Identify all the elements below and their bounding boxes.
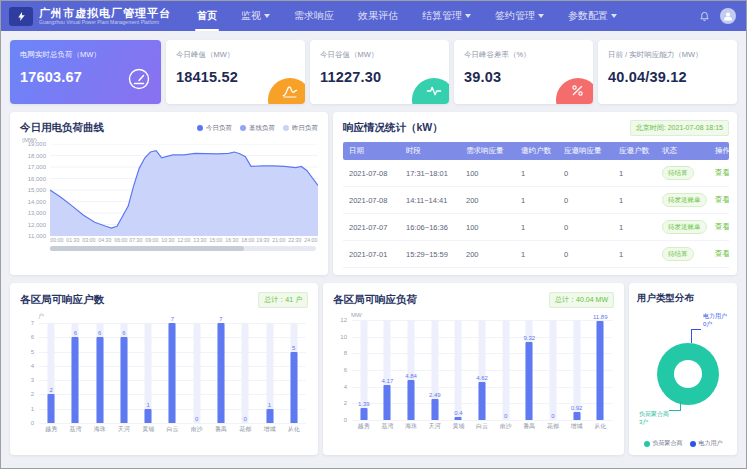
bar-column: 11.89: [588, 320, 612, 420]
view-link[interactable]: 查看: [715, 222, 729, 231]
households-panel: 各区局可响应户数 总计：41 户 户 7654321026661707015 越…: [10, 283, 318, 455]
y-tick-label: 0: [333, 417, 347, 423]
cell-invited: 1: [515, 250, 558, 259]
bar: [455, 417, 462, 420]
view-link[interactable]: 查看: [715, 168, 729, 177]
y-tick-label: 15,000: [20, 187, 46, 193]
bar-column: 1: [136, 323, 160, 423]
legend-item-1[interactable]: 基线负荷: [240, 124, 275, 133]
bar-value-label: 9.32: [517, 335, 541, 341]
y-tick-label: 17,000: [20, 164, 46, 170]
load-curve-y-unit: (MW): [22, 137, 318, 143]
bar-value-label: 2.49: [423, 392, 447, 398]
datazoom-handle[interactable]: [50, 246, 244, 251]
donut-callout-value: 0户: [703, 321, 727, 329]
metric-label: 今日峰谷差率（%）: [464, 50, 583, 60]
y-tick-label: 3: [20, 377, 34, 383]
bar: [48, 394, 55, 423]
x-category-label: 花都: [541, 422, 565, 431]
legend-label: 今日负荷: [206, 124, 232, 133]
x-tick-label: 01:30: [66, 237, 79, 243]
nav-item-0[interactable]: 首页: [185, 1, 229, 31]
x-category-label: 增城: [257, 425, 281, 434]
cell-accepted_amount: 0: [558, 223, 613, 232]
cell-status: 待结算: [656, 166, 709, 180]
nav-item-label: 需求响应: [294, 9, 334, 23]
x-tick-label: 24:00: [304, 237, 317, 243]
view-link[interactable]: 查看: [715, 195, 729, 204]
load-panel: 各区局可响应负荷 总计：40.04 MW MW 1210864201.394.1…: [323, 283, 624, 455]
bar-column: 0: [185, 323, 209, 423]
bar-column: 2.49: [423, 320, 447, 420]
load-curve-legend: 今日负荷基线负荷昨日负荷: [197, 124, 318, 133]
y-tick-label: 13,000: [20, 210, 46, 216]
column-header: 邀约户数: [515, 146, 558, 156]
legend-label: 昨日负荷: [292, 124, 318, 133]
metric-value: 40.04/39.12: [608, 69, 727, 85]
nav-item-5[interactable]: 签约管理: [483, 1, 556, 31]
bar: [145, 409, 152, 423]
bar-value-label: 0: [233, 416, 257, 422]
cell-date: 2021-07-08: [343, 196, 400, 205]
nav-item-2[interactable]: 需求响应: [282, 1, 346, 31]
nav-item-6[interactable]: 参数配置: [556, 1, 629, 31]
donut-legend-item-0[interactable]: 负荷聚合商: [644, 439, 683, 448]
nav-item-label: 效果评估: [358, 9, 398, 23]
donut-legend-item-1[interactable]: 电力用户: [690, 439, 723, 448]
view-link[interactable]: 查看: [715, 249, 729, 258]
cell-accepted: 1: [613, 169, 656, 178]
legend-item-0[interactable]: 今日负荷: [197, 124, 232, 133]
nav-item-label: 参数配置: [568, 9, 608, 23]
user-type-title: 用户类型分布: [637, 292, 729, 305]
chevron-down-icon: [538, 14, 544, 18]
cell-action: 查看: [709, 168, 729, 178]
bell-icon[interactable]: [699, 11, 710, 22]
x-tick-label: 06:00: [114, 237, 127, 243]
chevron-down-icon: [611, 14, 617, 18]
table-row: 2021-07-0817:31~18:01100101待结算查看: [343, 160, 729, 187]
bar-value-label: 1: [136, 402, 160, 408]
y-tick-label: 4: [333, 384, 347, 390]
bar-value-label: 4.84: [399, 373, 423, 379]
legend-item-2[interactable]: 昨日负荷: [283, 124, 318, 133]
bar-backdrop: [242, 323, 249, 423]
cell-status: 待发送账单: [656, 193, 709, 207]
cell-accepted: 1: [613, 250, 656, 259]
x-category-label: 南沙: [494, 422, 518, 431]
datazoom-slider[interactable]: [50, 246, 316, 251]
status-badge: 待发送账单: [662, 220, 707, 234]
x-category-label: 从化: [282, 425, 306, 434]
nav-item-label: 监视: [241, 9, 261, 23]
x-category-label: 黄埔: [447, 422, 471, 431]
x-tick-label: 07:30: [130, 237, 143, 243]
grid-line: [39, 423, 306, 424]
response-table: 日期时段需求响应量邀约户数应邀响应量应邀户数状态操作2021-07-0817:3…: [343, 142, 729, 268]
bar-column: 1: [257, 323, 281, 423]
nav-item-4[interactable]: 结算管理: [410, 1, 483, 31]
legend-dot: [283, 125, 289, 131]
bar-column: 0: [494, 320, 518, 420]
x-tick-label: 22:30: [288, 237, 301, 243]
user-avatar[interactable]: [720, 8, 736, 24]
x-tick-label: 09:00: [146, 237, 159, 243]
load-title: 各区局可响应负荷: [333, 293, 417, 307]
nav-item-3[interactable]: 效果评估: [346, 1, 410, 31]
bar: [72, 337, 79, 423]
metric-label: 电网实时总负荷（MW）: [20, 50, 151, 60]
bar-column: 7: [160, 323, 184, 423]
bar-backdrop: [502, 320, 509, 420]
donut-label-aggregator: 负荷聚合商3户: [639, 411, 669, 426]
status-badge: 待结算: [662, 166, 694, 180]
table-row: 2021-07-0814:11~14:41200101待发送账单查看: [343, 187, 729, 214]
nav-item-1[interactable]: 监视: [229, 1, 282, 31]
bar: [217, 323, 224, 423]
user-type-donut-chart: 电力用户0户 负荷聚合商3户: [637, 305, 729, 433]
legend-dot: [690, 441, 696, 447]
status-badge: 待结算: [662, 247, 694, 261]
bar-column: 9.32: [517, 320, 541, 420]
donut-callout-value: 3户: [639, 419, 669, 427]
bar: [266, 409, 273, 423]
column-header: 时段: [400, 146, 460, 156]
metric-label: 日前 / 实时响应能力（MW）: [608, 50, 727, 60]
x-tick-label: 18:00: [241, 237, 254, 243]
